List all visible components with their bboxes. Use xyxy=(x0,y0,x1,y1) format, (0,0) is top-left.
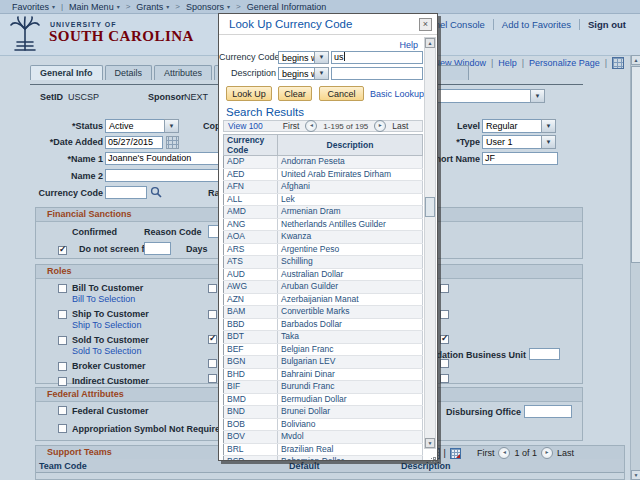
currency-description-cell[interactable]: Azerbaijanian Manat xyxy=(278,293,423,306)
role-right-checkbox[interactable] xyxy=(440,284,449,293)
currency-description-cell[interactable]: Andorran Peseta xyxy=(278,156,423,169)
currency-description-cell[interactable]: Aruban Guilder xyxy=(278,281,423,294)
breadcrumb-item[interactable]: Sponsors xyxy=(186,2,230,12)
currency-description-cell[interactable]: Lek xyxy=(278,193,423,206)
modal-help-link[interactable]: Help xyxy=(399,40,418,50)
currency-row[interactable]: AOA Kwanza xyxy=(224,231,423,244)
currency-description-cell[interactable]: United Arab Emirates Dirham xyxy=(278,168,423,181)
currency-code-cell[interactable]: BND xyxy=(224,406,278,419)
currency-operator-select[interactable]: begins with▼ xyxy=(278,51,329,64)
currency-description-cell[interactable]: Bahamian Dollar xyxy=(278,456,423,461)
breadcrumb-item[interactable]: Favorites xyxy=(12,2,55,12)
calendar-icon[interactable] xyxy=(166,136,179,149)
currency-description-cell[interactable]: Mvdol xyxy=(278,431,423,444)
currency-description-cell[interactable]: Brunei Dollar xyxy=(278,406,423,419)
modal-scrollbar-thumb[interactable] xyxy=(425,197,435,217)
status-select[interactable]: Active▼ xyxy=(105,119,179,133)
currency-code-cell[interactable]: AZN xyxy=(224,293,278,306)
breadcrumb-item[interactable]: Main Menu xyxy=(69,2,120,12)
currency-description-cell[interactable]: Bulgarian LEV xyxy=(278,356,423,369)
role-selection-link[interactable]: Bill To Selection xyxy=(72,294,149,305)
currency-code-cell[interactable]: AED xyxy=(224,168,278,181)
role-selection-link[interactable]: Ship To Selection xyxy=(72,320,149,331)
currency-description-cell[interactable]: Armenian Dram xyxy=(278,206,423,219)
currency-code-cell[interactable]: BSD xyxy=(224,456,278,461)
currency-code-cell[interactable]: ANG xyxy=(224,218,278,231)
currency-description-cell[interactable]: Australian Dollar xyxy=(278,268,423,281)
pager-next-icon[interactable]: ► xyxy=(541,447,553,459)
role-mid-checkbox[interactable] xyxy=(208,374,217,383)
scroll-up-icon[interactable]: ▲ xyxy=(631,55,640,65)
scroll-up-icon[interactable]: ▲ xyxy=(425,38,435,48)
currency-code-cell[interactable]: BMD xyxy=(224,393,278,406)
currency-row[interactable]: BSD Bahamian Dollar xyxy=(224,456,423,461)
currency-description-cell[interactable]: Bahraini Dinar xyxy=(278,368,423,381)
federal-checkbox[interactable] xyxy=(58,424,67,433)
currency-row[interactable]: BOB Boliviano xyxy=(224,418,423,431)
currency-code-cell[interactable]: AUD xyxy=(224,268,278,281)
search-icon[interactable] xyxy=(150,186,162,198)
pager-first-label[interactable]: First xyxy=(477,448,495,458)
sponsor-row-select[interactable]: ▼ xyxy=(420,89,545,103)
currency-row[interactable]: BDT Taka xyxy=(224,331,423,344)
currency-row[interactable]: BAM Convertible Marks xyxy=(224,306,423,319)
currency-code-cell[interactable]: BGN xyxy=(224,356,278,369)
add-to-favorites-link[interactable]: Add to Favorites xyxy=(494,19,580,30)
level-select[interactable]: Regular▼ xyxy=(482,119,556,133)
currency-description-cell[interactable]: Boliviano xyxy=(278,418,423,431)
currency-code-cell[interactable]: BAM xyxy=(224,306,278,319)
pager-last-label[interactable]: Last xyxy=(557,448,574,458)
zoom-grid-icon[interactable] xyxy=(450,448,461,459)
page-scrollbar[interactable]: ▲ ▼ xyxy=(630,55,640,480)
breadcrumb-item[interactable]: Grants xyxy=(136,2,169,12)
role-right-checkbox[interactable] xyxy=(440,359,449,368)
currency-row[interactable]: BRL Brazilian Real xyxy=(224,443,423,456)
currency-code-cell[interactable]: ATS xyxy=(224,256,278,269)
currency-code-cell[interactable]: AMD xyxy=(224,206,278,219)
currency-row[interactable]: BGN Bulgarian LEV xyxy=(224,356,423,369)
currency-code-cell[interactable]: ALL xyxy=(224,193,278,206)
role-mid-checkbox[interactable] xyxy=(208,284,217,293)
pager-prev-icon[interactable]: ◄ xyxy=(498,447,510,459)
role-mid-checkbox[interactable] xyxy=(208,359,217,368)
resize-grip[interactable] xyxy=(426,451,436,460)
role-right-checkbox[interactable] xyxy=(440,310,449,319)
role-checkbox[interactable] xyxy=(58,284,67,293)
currency-row[interactable]: ALL Lek xyxy=(224,193,423,206)
currency-code-cell[interactable]: BHD xyxy=(224,368,278,381)
tab[interactable]: General Info xyxy=(30,65,103,80)
currency-description-cell[interactable]: Barbados Dollar xyxy=(278,318,423,331)
results-last-label[interactable]: Last xyxy=(392,121,408,131)
page-grid-icon[interactable] xyxy=(612,57,624,69)
currency-code-input[interactable] xyxy=(105,186,147,199)
currency-description-cell[interactable]: Afghani xyxy=(278,181,423,194)
description-operator-select[interactable]: begins with▼ xyxy=(278,67,329,80)
currency-code-cell[interactable]: ARS xyxy=(224,243,278,256)
currency-row[interactable]: ATS Schilling xyxy=(224,256,423,269)
currency-description-cell[interactable]: Brazilian Real xyxy=(278,443,423,456)
confirmed-checkbox[interactable] xyxy=(58,246,67,255)
personalize-page-link[interactable]: Personalize Page xyxy=(524,58,605,68)
sign-out-link[interactable]: Sign out xyxy=(580,19,628,30)
modal-scrollbar[interactable]: ▲ ▼ xyxy=(424,37,436,449)
cancel-button[interactable]: Cancel xyxy=(319,86,364,101)
currency-description-cell[interactable]: Taka xyxy=(278,331,423,344)
clear-button[interactable]: Clear xyxy=(278,86,312,101)
currency-row[interactable]: AFN Afghani xyxy=(224,181,423,194)
close-icon[interactable]: × xyxy=(419,18,432,31)
short-name-input[interactable]: JF xyxy=(482,152,558,165)
currency-description-cell[interactable]: Belgian Franc xyxy=(278,343,423,356)
disbursing-office-input[interactable] xyxy=(524,405,572,418)
currency-code-cell[interactable]: BDT xyxy=(224,331,278,344)
help-link[interactable]: Help xyxy=(493,58,522,68)
currency-row[interactable]: BHD Bahraini Dinar xyxy=(224,368,423,381)
currency-code-cell[interactable]: AFN xyxy=(224,181,278,194)
scroll-down-icon[interactable]: ▼ xyxy=(631,470,640,480)
results-prev-icon[interactable]: ◄ xyxy=(305,120,317,132)
currency-code-cell[interactable]: AWG xyxy=(224,281,278,294)
currency-code-cell[interactable]: BRL xyxy=(224,443,278,456)
role-checkbox[interactable] xyxy=(58,362,67,371)
role-checkbox[interactable] xyxy=(58,377,67,386)
currency-row[interactable]: ANG Netherlands Antilles Guilder xyxy=(224,218,423,231)
currency-row[interactable]: BEF Belgian Franc xyxy=(224,343,423,356)
